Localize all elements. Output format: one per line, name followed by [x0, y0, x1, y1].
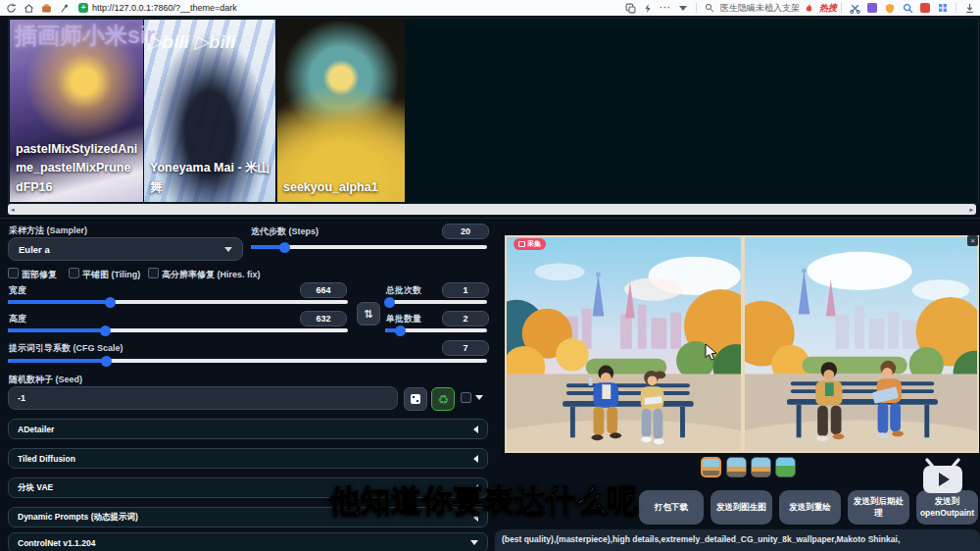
- shield-extension-icon[interactable]: [883, 2, 897, 14]
- bilibili-watermark: ▷bili ▷bili: [148, 30, 235, 53]
- send-to-img2img-button[interactable]: 发送到图生图: [710, 490, 772, 525]
- accordion-label: ADetailer: [18, 425, 54, 434]
- collapsed-arrow-icon: [473, 514, 478, 522]
- magnifier-extension-icon[interactable]: [901, 2, 914, 14]
- extension-briefcase-icon[interactable]: [39, 2, 53, 14]
- random-seed-button[interactable]: [404, 387, 427, 411]
- recycle-icon: ♻: [437, 393, 449, 406]
- model-card-label: pastelMixStylizedAnime_pastelMixPrunedFP…: [16, 140, 138, 197]
- restore-faces-checkbox[interactable]: [8, 268, 19, 278]
- tiling-label: 平铺图 (Tiling): [82, 269, 140, 281]
- refresh-icon[interactable]: [4, 2, 18, 14]
- accordion-label: ControlNet v1.1.204: [18, 538, 95, 548]
- bilibili-tv-logo-icon: [919, 457, 966, 500]
- send-to-extras-button[interactable]: 发送到后期处理: [848, 490, 909, 525]
- search-suggestion-text[interactable]: 医生隐瞒未植入支架: [720, 2, 800, 15]
- close-gallery-button[interactable]: ×: [967, 235, 978, 246]
- seed-input[interactable]: [8, 386, 398, 410]
- seed-label: 随机数种子 (Seed): [9, 374, 82, 386]
- camera-icon: [518, 241, 525, 247]
- batch-count-slider[interactable]: [385, 300, 487, 304]
- accordion-dynamic-prompts[interactable]: Dynamic Prompts (动态提示词): [8, 507, 488, 527]
- prompt-text[interactable]: (best quality),(masterpiece),high detail…: [495, 529, 980, 551]
- collapsed-arrow-icon: [473, 426, 478, 433]
- generated-image-2[interactable]: [743, 235, 979, 453]
- batch-count-label: 总批次数: [386, 284, 421, 297]
- model-card-browser: pastelMixStylizedAnime_pastelMixPrunedFP…: [8, 18, 979, 204]
- generated-image-1[interactable]: [505, 235, 743, 453]
- gallery-thumbnail-2[interactable]: [726, 457, 747, 477]
- browser-toolbar: + http://127.0.0.1:7860/?__theme=dark ··…: [0, 0, 980, 17]
- scissors-icon[interactable]: [848, 2, 861, 14]
- height-label: 高度: [9, 313, 26, 326]
- model-card-label: seekyou_alpha1: [283, 178, 400, 197]
- gallery-thumbnail-1[interactable]: [701, 457, 721, 477]
- gallery-thumbnail-3[interactable]: [751, 457, 771, 477]
- hires-fix-label: 高分辨率修复 (Hires. fix): [162, 269, 261, 281]
- batch-count-value[interactable]: 1: [442, 282, 489, 298]
- batch-size-slider[interactable]: [385, 328, 487, 332]
- model-card-label: Yoneyama Mai - 米山舞: [150, 159, 270, 197]
- collect-label: 采集: [527, 239, 541, 249]
- extra-seed-checkbox[interactable]: [461, 392, 471, 403]
- accordion-controlnet[interactable]: ControlNet v1.1.204: [8, 532, 488, 551]
- apps-grid-icon[interactable]: [936, 2, 950, 14]
- translate-page-icon[interactable]: [623, 2, 637, 14]
- reuse-seed-button[interactable]: ♻: [431, 387, 455, 411]
- sampler-dropdown[interactable]: Euler a: [8, 237, 243, 261]
- sampler-label: 采样方法 (Sampler): [9, 225, 87, 237]
- send-to-inpaint-button[interactable]: 发送到重绘: [779, 490, 841, 525]
- hires-fix-checkbox[interactable]: [148, 268, 159, 278]
- restore-faces-label: 面部修复: [22, 269, 57, 281]
- cfg-scale-slider[interactable]: [8, 359, 487, 363]
- red-extension-icon[interactable]: [918, 2, 932, 14]
- download-zip-button[interactable]: 打包下载: [639, 490, 704, 525]
- tiling-checkbox[interactable]: [69, 268, 79, 278]
- lightning-icon[interactable]: [641, 2, 655, 14]
- swap-dimensions-button[interactable]: ⇅: [357, 302, 380, 326]
- accordion-label: Tiled Diffusion: [18, 454, 75, 464]
- expanded-arrow-icon: [470, 540, 478, 545]
- accordion-label: Dynamic Prompts (动态提示词): [18, 512, 138, 524]
- download-icon[interactable]: [962, 2, 976, 14]
- collect-badge[interactable]: 采集: [514, 238, 546, 250]
- width-value[interactable]: 664: [300, 282, 347, 298]
- webui-page: pastelMixStylizedAnime_pastelMixPrunedFP…: [0, 16, 980, 551]
- collapsed-arrow-icon: [473, 484, 478, 492]
- sampler-value: Euler a: [19, 244, 224, 255]
- model-card-seekyou[interactable]: seekyou_alpha1: [277, 20, 405, 202]
- home-icon[interactable]: [22, 2, 35, 14]
- site-safety-icon[interactable]: +: [78, 3, 88, 13]
- pin-icon[interactable]: [57, 2, 71, 14]
- seed-extra-caret-icon[interactable]: [475, 395, 483, 400]
- collapsed-arrow-icon: [473, 455, 478, 463]
- horizontal-scrollbar[interactable]: ◂▸: [8, 204, 976, 215]
- more-menu-icon[interactable]: ···: [659, 2, 672, 14]
- accordion-tiled-vae[interactable]: 分块 VAE: [8, 477, 488, 498]
- gallery-thumbnail-4[interactable]: [775, 457, 796, 477]
- flame-icon: [802, 2, 815, 14]
- dice-icon: [411, 394, 420, 404]
- chevron-down-icon[interactable]: [676, 2, 690, 14]
- steps-label: 迭代步数 (Steps): [251, 225, 318, 238]
- accordion-tiled-diffusion[interactable]: Tiled Diffusion: [8, 448, 488, 469]
- width-label: 宽度: [9, 284, 26, 297]
- steps-slider[interactable]: [251, 245, 487, 249]
- height-value[interactable]: 632: [300, 311, 347, 326]
- swap-icon: ⇅: [364, 308, 372, 321]
- width-slider[interactable]: [8, 300, 348, 304]
- purple-extension-icon[interactable]: [865, 2, 879, 14]
- hot-search-label[interactable]: 热搜: [819, 2, 837, 15]
- accordion-label: 分块 VAE: [18, 482, 53, 494]
- section-divider: [0, 218, 980, 219]
- artist-watermark: 插画师小米sir: [15, 21, 155, 51]
- search-icon: [703, 2, 716, 14]
- dropdown-caret-icon: [224, 247, 232, 252]
- address-url[interactable]: http://127.0.0.1:7860/?__theme=dark: [92, 3, 237, 13]
- batch-size-value[interactable]: 2: [442, 311, 489, 326]
- accordion-adetailer[interactable]: ADetailer: [8, 419, 488, 439]
- steps-value[interactable]: 20: [442, 224, 489, 239]
- batch-size-label: 单批数量: [386, 313, 421, 326]
- height-slider[interactable]: [8, 328, 348, 332]
- cfg-scale-value[interactable]: 7: [442, 340, 489, 356]
